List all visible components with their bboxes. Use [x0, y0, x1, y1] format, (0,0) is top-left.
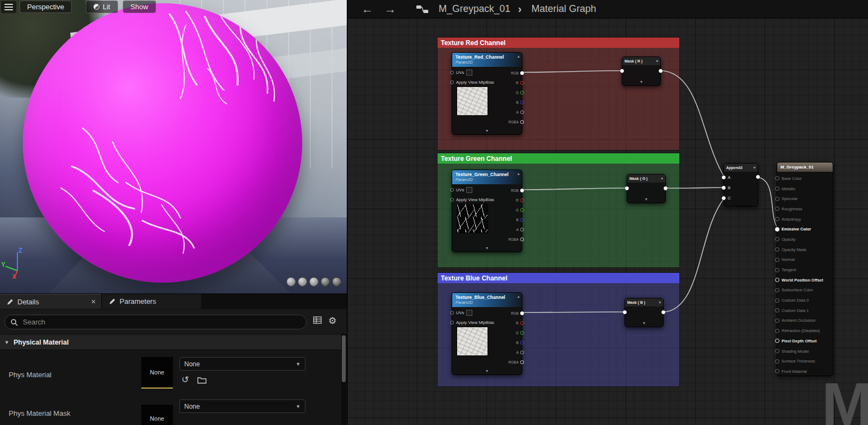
mask-input-pin[interactable]	[620, 69, 624, 73]
viewport-menu-icon[interactable]	[1, 1, 16, 13]
append3-node[interactable]: Append3 ▾ A B C	[723, 163, 758, 207]
texture-sample-node-blue[interactable]: Texture_Blue_Channel Param2D ▴ UVs Apply…	[452, 292, 522, 375]
mipbias-input-pin[interactable]	[450, 198, 454, 202]
material-result-node[interactable]: M_Greypack_01 Base Color Metallic	[777, 162, 833, 376]
expand-icon[interactable]: ▾	[640, 80, 642, 84]
node-header[interactable]: Texture_Red_Channel Param2D ▴	[452, 53, 522, 67]
material-input-pin[interactable]	[775, 339, 779, 343]
texture-sample-node-red[interactable]: Texture_Red_Channel Param2D ▴ UVs Apply …	[452, 52, 522, 135]
uvs-value-box[interactable]	[466, 70, 472, 76]
collapse-up-icon[interactable]: ▴	[517, 295, 520, 299]
output-pin[interactable]	[520, 311, 524, 315]
forward-arrow-icon[interactable]: →	[384, 3, 396, 15]
preview-cylinder-icon[interactable]	[286, 277, 296, 286]
material-input-pin[interactable]	[775, 359, 779, 364]
material-input-pin[interactable]	[775, 349, 779, 353]
output-pin[interactable]	[520, 331, 524, 335]
mask-input-pin[interactable]	[623, 310, 627, 314]
material-input-pin[interactable]	[775, 268, 779, 272]
expand-icon[interactable]: ▾	[486, 129, 488, 133]
node-header[interactable]: Texture_Blue_Channel Param2D ▴	[452, 293, 522, 307]
search-input[interactable]	[22, 317, 301, 327]
gear-icon[interactable]: ⚙	[328, 316, 336, 327]
material-input-pin[interactable]	[775, 197, 779, 201]
perspective-button[interactable]: Perspective	[20, 1, 72, 13]
node-header[interactable]: Mask ( B ) ▾	[625, 298, 663, 307]
material-input-pin[interactable]	[775, 318, 779, 323]
preview-plane-icon[interactable]	[309, 277, 319, 286]
back-arrow-icon[interactable]: ←	[361, 3, 373, 15]
preview-cube-icon[interactable]	[321, 277, 330, 286]
preview-custom-mesh-icon[interactable]	[332, 277, 341, 286]
expand-icon[interactable]: ▾	[645, 197, 647, 202]
mask-node-r[interactable]: Mask ( R ) ▾ ▾	[622, 57, 661, 86]
output-pin[interactable]	[520, 110, 524, 114]
comment-title[interactable]: Texture Blue Channel	[438, 273, 679, 283]
lit-button[interactable]: Lit	[86, 1, 118, 13]
append-input-c-pin[interactable]	[722, 196, 726, 200]
append-input-a-pin[interactable]	[722, 176, 726, 179]
uvs-value-box[interactable]	[466, 310, 472, 316]
material-input-pin[interactable]	[775, 258, 779, 262]
uvs-input-pin[interactable]	[450, 311, 454, 315]
phys-material-dropdown[interactable]: None ▼	[179, 357, 305, 371]
collapse-up-icon[interactable]: ▴	[517, 172, 520, 176]
material-input-pin[interactable]	[775, 308, 779, 312]
uvs-value-box[interactable]	[466, 187, 472, 193]
material-input-pin[interactable]	[775, 369, 779, 373]
breadcrumb-root[interactable]: M_Greypack_01	[439, 3, 510, 15]
node-header[interactable]: Append3 ▾	[724, 164, 758, 172]
node-header[interactable]: Texture_Green_Channel Param2D ▴	[452, 170, 522, 184]
browse-to-asset-icon[interactable]	[197, 376, 207, 384]
texture-sample-node-green[interactable]: Texture_Green_Channel Param2D ▴ UVs Appl…	[452, 170, 522, 252]
view-options-grid-icon[interactable]	[313, 316, 322, 324]
material-input-pin[interactable]	[775, 186, 779, 191]
node-header[interactable]: Mask ( G ) ▾	[627, 174, 665, 183]
section-physical-material[interactable]: ▼ Physical Material	[0, 335, 341, 350]
material-input-pin[interactable]	[775, 298, 779, 303]
material-input-pin[interactable]	[775, 217, 779, 221]
output-pin[interactable]	[520, 360, 524, 364]
mask-output-pin[interactable]	[664, 186, 667, 190]
tab-parameters[interactable]: Parameters	[102, 294, 201, 309]
output-pin[interactable]	[520, 321, 524, 325]
section-collapse-icon[interactable]: ▼	[4, 340, 9, 345]
tab-details[interactable]: Details ×	[0, 294, 101, 309]
output-pin[interactable]	[520, 351, 524, 354]
comment-title[interactable]: Texture Red Channel	[438, 38, 679, 48]
material-input-pin[interactable]	[775, 288, 779, 292]
uvs-input-pin[interactable]	[450, 188, 454, 192]
mask-input-pin[interactable]	[625, 186, 629, 190]
chevron-down-icon[interactable]: ▾	[656, 59, 658, 64]
collapse-up-icon[interactable]: ▴	[517, 54, 520, 59]
viewport-panel[interactable]: Perspective Lit Show Z Y X	[0, 0, 347, 293]
output-pin[interactable]	[520, 238, 524, 241]
append-output-pin[interactable]	[756, 175, 760, 179]
uvs-input-pin[interactable]	[450, 71, 454, 74]
mipbias-input-pin[interactable]	[450, 80, 454, 84]
mask-output-pin[interactable]	[659, 69, 663, 73]
material-input-pin[interactable]	[775, 247, 779, 252]
output-pin[interactable]	[520, 81, 524, 85]
comment-title[interactable]: Texture Green Channel	[438, 153, 679, 164]
output-pin[interactable]	[520, 120, 524, 124]
phys-material-mask-dropdown[interactable]: None ▼	[179, 399, 305, 413]
expand-icon[interactable]: ▾	[486, 246, 488, 251]
breadcrumb-current[interactable]: Material Graph	[532, 3, 596, 15]
output-pin[interactable]	[520, 189, 524, 192]
material-input-pin[interactable]	[775, 207, 779, 211]
mask-node-b[interactable]: Mask ( B ) ▾ ▾	[625, 298, 664, 327]
material-input-pin[interactable]	[775, 329, 779, 333]
scrollbar-thumb[interactable]	[342, 335, 346, 382]
node-header[interactable]: Mask ( R ) ▾	[622, 57, 660, 65]
chevron-down-icon[interactable]: ▾	[753, 166, 755, 170]
mipbias-input-pin[interactable]	[450, 321, 454, 324]
output-pin[interactable]	[520, 91, 524, 95]
search-box[interactable]	[4, 315, 307, 329]
mask-node-g[interactable]: Mask ( G ) ▾ ▾	[627, 174, 666, 203]
node-header[interactable]: M_Greypack_01	[777, 162, 833, 172]
phys-material-thumbnail[interactable]: None	[141, 357, 173, 388]
output-pin[interactable]	[520, 341, 524, 345]
chevron-down-icon[interactable]: ▾	[659, 301, 661, 305]
material-input-pin[interactable]	[775, 237, 779, 241]
